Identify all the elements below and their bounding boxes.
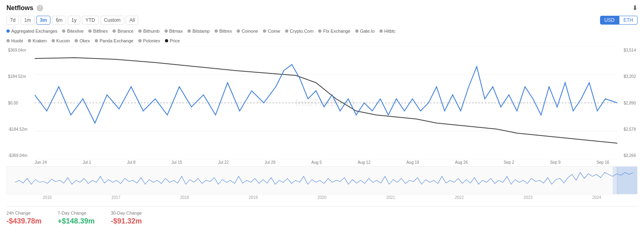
time-btn-1m[interactable]: 1m: [21, 16, 35, 25]
time-btn-3m[interactable]: 3m: [36, 16, 50, 25]
legend-label-coinw: Coinw: [268, 29, 280, 33]
legend-dot-hitbtc: [379, 29, 383, 33]
y-right-label-2: $3,202: [619, 74, 636, 79]
y-label-2: $184.52m: [8, 74, 33, 79]
legend-hitbtc[interactable]: Hitbtc: [379, 29, 396, 33]
y-right-label-bottom: $2,266: [619, 153, 636, 158]
legend-label-poloniex: Poloniex: [143, 38, 160, 43]
x-label-jul15: Jul 15: [171, 160, 182, 165]
chart-svg-area[interactable]: IntoTheBlock: [35, 46, 617, 159]
y-right-label-4: $2,578: [619, 127, 636, 132]
x-label-jul22: Jul 22: [218, 160, 229, 165]
legend-dot-coinw: [263, 29, 266, 33]
legend-bitstamp[interactable]: Bitstamp: [188, 29, 210, 33]
legend-huobi[interactable]: Huobi: [6, 38, 23, 43]
x-label-sep2: Sep 2: [504, 160, 514, 165]
download-icon[interactable]: ⬇: [632, 4, 638, 12]
legend-coinone[interactable]: Coinone: [237, 29, 258, 33]
legend-bitexlive[interactable]: Bitexlive: [62, 29, 83, 33]
currency-btn-usd[interactable]: USD: [600, 16, 619, 25]
legend-cryptocom[interactable]: Crypto.Com: [285, 29, 314, 33]
legend-gateio[interactable]: Gate.Io: [355, 29, 375, 33]
x-label-aug5: Aug 5: [311, 160, 322, 165]
legend-label-cryptocom: Crypto.Com: [290, 29, 314, 33]
stat-30d-label: 30-Day Change: [111, 211, 142, 215]
currency-btn-eth[interactable]: ETH: [619, 16, 638, 25]
legend-bithumb[interactable]: Bithumb: [138, 29, 159, 33]
legend-aggregated[interactable]: Aggregated Exchanges: [6, 29, 57, 33]
y-label-top: $369.04m: [8, 48, 33, 52]
x-axis: Jun 24 Jul 1 Jul 8 Jul 15 Jul 22 Jul 29 …: [6, 159, 638, 165]
year-2024: 2024: [592, 195, 601, 200]
legend-dot-bittrex: [215, 29, 218, 33]
legend-label-bitmax: Bitmax: [169, 29, 183, 33]
x-label-sep16: Sep 16: [596, 160, 609, 165]
legend-dot-okex: [75, 39, 78, 42]
y-label-4: -$184.52m: [8, 127, 33, 132]
legend-label-bithumb: Bithumb: [143, 29, 159, 33]
main-chart: $369.04m $184.52m $0.00 -$184.52m -$369.…: [6, 46, 638, 159]
legend-dot-huobi: [6, 39, 10, 42]
legend-dot-bitstamp: [188, 29, 191, 33]
legend-bitfinex[interactable]: Bitfinex: [88, 29, 108, 33]
chart-legend: Aggregated Exchanges Bitexlive Bitfinex …: [6, 29, 638, 43]
legend-panda[interactable]: Panda Exchange: [95, 38, 133, 43]
help-icon[interactable]: ?: [37, 5, 43, 11]
legend-label-hitbtc: Hitbtc: [384, 29, 396, 33]
stat-30d: 30-Day Change -$91.32m: [111, 211, 142, 226]
stat-7d: 7-Day Change +$148.39m: [58, 211, 95, 226]
legend-dot-bitfinex: [88, 29, 92, 33]
legend-label-kucoin: Kucoin: [56, 38, 70, 43]
stat-7d-label: 7-Day Change: [58, 211, 95, 215]
legend-dot-ftx: [318, 29, 321, 33]
legend-label-huobi: Huobi: [11, 38, 23, 43]
legend-label-price: Price: [170, 38, 180, 43]
mini-chart-svg: [7, 167, 637, 194]
page-title: Netflows: [6, 4, 33, 12]
x-label-jun24: Jun 24: [35, 160, 47, 165]
y-label-bottom: -$369.04m: [8, 153, 33, 158]
legend-poloniex[interactable]: Poloniex: [138, 38, 160, 43]
year-2021: 2021: [386, 195, 395, 200]
legend-dot-poloniex: [138, 39, 142, 42]
legend-bitmax[interactable]: Bitmax: [165, 29, 183, 33]
x-label-jul8: Jul 8: [127, 160, 135, 165]
mini-chart[interactable]: [6, 166, 638, 194]
time-btn-all[interactable]: All: [126, 16, 138, 25]
y-axis-right: $3,514 $3,202 $2,890 $2,578 $2,266: [617, 46, 638, 159]
year-2023: 2023: [523, 195, 532, 200]
legend-label-bitstamp: Bitstamp: [192, 29, 210, 33]
legend-binance[interactable]: Binance: [113, 29, 133, 33]
legend-price[interactable]: Price: [165, 38, 180, 43]
mini-chart-labels: 2016 2017 2018 2019 2020 2021 2022 2023 …: [6, 194, 638, 200]
time-btn-ytd[interactable]: YTD: [82, 16, 99, 25]
y-right-label-top: $3,514: [619, 48, 636, 52]
time-btn-custom[interactable]: Custom: [100, 16, 124, 25]
stat-24h: 24h Change -$439.78m: [6, 211, 42, 226]
legend-label-panda: Panda Exchange: [100, 38, 133, 43]
legend-dot-cryptocom: [285, 29, 288, 33]
legend-kucoin[interactable]: Kucoin: [52, 38, 70, 43]
year-2019: 2019: [249, 195, 258, 200]
legend-dot-bitexlive: [62, 29, 65, 33]
legend-label-aggregated: Aggregated Exchanges: [11, 29, 57, 33]
legend-coinw[interactable]: Coinw: [263, 29, 280, 33]
x-label-aug19: Aug 19: [406, 160, 419, 165]
legend-kraken[interactable]: Kraken: [28, 38, 47, 43]
legend-label-bitexlive: Bitexlive: [67, 29, 83, 33]
legend-dot-price: [165, 39, 168, 42]
y-label-mid: $0.00: [8, 101, 33, 105]
x-label-sep9: Sep 9: [550, 160, 561, 165]
legend-bittrex[interactable]: Bittrex: [215, 29, 232, 33]
mini-scroll-bar[interactable]: [617, 167, 637, 194]
legend-label-okex: Okex: [79, 38, 90, 43]
time-btn-7d[interactable]: 7d: [6, 16, 19, 25]
legend-label-bitfinex: Bitfinex: [93, 29, 108, 33]
year-2017: 2017: [111, 195, 120, 200]
legend-ftx[interactable]: Ftx Exchange: [318, 29, 350, 33]
time-btn-1y[interactable]: 1y: [68, 16, 80, 25]
legend-okex[interactable]: Okex: [75, 38, 90, 43]
year-2020: 2020: [317, 195, 326, 200]
legend-dot-binance: [113, 29, 116, 33]
time-btn-6m[interactable]: 6m: [52, 16, 66, 25]
